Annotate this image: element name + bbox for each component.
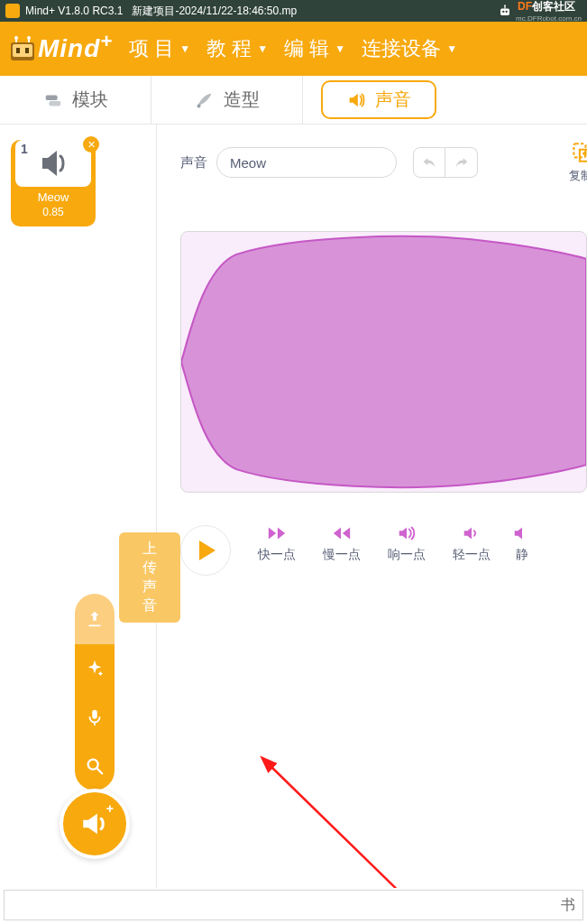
annotation-arrow bbox=[220, 711, 472, 888]
playback-row: 快一点 慢一点 响一点 轻一点 bbox=[180, 525, 587, 576]
add-sound-tower: + bbox=[60, 594, 130, 859]
app-title: Mind+ V1.8.0 RC3.1 新建项目-2024/11/22-18:46… bbox=[25, 4, 297, 19]
svg-point-12 bbox=[27, 36, 31, 40]
caret-down-icon: ▼ bbox=[179, 42, 190, 55]
upload-icon bbox=[85, 609, 105, 629]
sparkle-icon bbox=[85, 659, 105, 679]
sound-editor-pane: 声音 复制 bbox=[157, 125, 587, 888]
svg-rect-13 bbox=[45, 95, 57, 100]
caret-down-icon: ▼ bbox=[446, 42, 457, 55]
sound-index: 1 bbox=[21, 142, 28, 156]
svg-rect-7 bbox=[16, 48, 20, 53]
tab-blocks[interactable]: 模块 bbox=[0, 76, 151, 124]
slower-button[interactable]: 慢一点 bbox=[323, 525, 361, 563]
louder-label: 响一点 bbox=[388, 547, 426, 563]
softer-button[interactable]: 轻一点 bbox=[453, 525, 491, 563]
main-area: 1 ✕ Meow 0.85 bbox=[0, 125, 587, 888]
menu-project-label: 项 目 bbox=[129, 35, 174, 62]
sound-thumbnail: 1 bbox=[15, 140, 91, 187]
menu-connect[interactable]: 连接设备▼ bbox=[356, 32, 463, 66]
svg-rect-6 bbox=[13, 44, 32, 57]
plus-icon: + bbox=[106, 801, 114, 816]
app-icon bbox=[5, 4, 20, 18]
brand-text: 创客社区 bbox=[532, 0, 575, 13]
project-name: 新建项目-2024/11/22-18:46:50.mp bbox=[132, 5, 297, 17]
tab-costumes-label: 造型 bbox=[224, 88, 260, 112]
svg-point-2 bbox=[506, 11, 508, 13]
brand-link[interactable]: DF创客社区 mc.DFRobot.com.cn bbox=[496, 0, 582, 23]
logo[interactable]: Mind + bbox=[7, 33, 113, 64]
title-bar: Mind+ V1.8.0 RC3.1 新建项目-2024/11/22-18:46… bbox=[0, 0, 587, 22]
delete-sound-button[interactable]: ✕ bbox=[83, 136, 99, 152]
undo-button[interactable] bbox=[413, 147, 445, 178]
tab-sounds[interactable]: 声音 bbox=[303, 76, 454, 124]
upload-tooltip-label: 上传声音 bbox=[142, 541, 157, 613]
volume-up-icon bbox=[397, 525, 417, 541]
surprise-sound-button[interactable] bbox=[75, 644, 115, 693]
record-sound-button[interactable] bbox=[75, 693, 115, 742]
svg-point-15 bbox=[197, 104, 200, 107]
menu-project[interactable]: 项 目▼ bbox=[124, 32, 196, 66]
softer-label: 轻一点 bbox=[453, 547, 491, 563]
sound-header: 声音 复制 bbox=[180, 141, 587, 184]
play-button[interactable] bbox=[180, 525, 231, 576]
redo-button[interactable] bbox=[445, 147, 478, 178]
svg-line-20 bbox=[270, 765, 445, 888]
svg-rect-16 bbox=[92, 710, 97, 719]
svg-rect-8 bbox=[25, 48, 29, 53]
status-text: 书 bbox=[561, 896, 575, 915]
caret-down-icon: ▼ bbox=[257, 42, 268, 55]
menu-connect-label: 连接设备 bbox=[362, 35, 441, 62]
faster-label: 快一点 bbox=[258, 547, 296, 563]
mute-icon bbox=[512, 525, 532, 541]
svg-point-1 bbox=[502, 11, 504, 13]
volume-down-icon bbox=[462, 525, 482, 541]
menu-edit-label: 编 辑 bbox=[284, 35, 329, 62]
sound-name-label: 声音 bbox=[180, 154, 207, 171]
copy-tool[interactable]: 复制 bbox=[569, 141, 587, 184]
add-sound-fab[interactable]: + bbox=[60, 789, 130, 859]
search-sound-button[interactable] bbox=[75, 742, 115, 790]
brush-icon bbox=[195, 90, 215, 110]
robot-icon bbox=[496, 5, 514, 17]
logo-icon bbox=[7, 33, 38, 64]
sound-name: Meow bbox=[11, 190, 96, 204]
redo-icon bbox=[453, 155, 471, 170]
menu-bar: Mind + 项 目▼ 教 程▼ 编 辑▼ 连接设备▼ bbox=[0, 22, 587, 76]
microphone-icon bbox=[85, 707, 105, 727]
brand-sub: mc.DFRobot.com.cn bbox=[516, 14, 582, 23]
slower-label: 慢一点 bbox=[323, 547, 361, 563]
louder-button[interactable]: 响一点 bbox=[388, 525, 426, 563]
brand-prefix: DF bbox=[518, 0, 532, 13]
undo-icon bbox=[420, 155, 438, 170]
status-bar: 书 bbox=[4, 890, 583, 920]
rewind-icon bbox=[332, 525, 352, 541]
svg-rect-14 bbox=[49, 100, 60, 106]
svg-line-18 bbox=[97, 769, 103, 774]
upload-sound-button[interactable] bbox=[75, 594, 115, 644]
sound-list-pane: 1 ✕ Meow 0.85 bbox=[0, 125, 157, 888]
menu-edit[interactable]: 编 辑▼ bbox=[279, 32, 351, 66]
fast-forward-icon bbox=[267, 525, 287, 541]
sound-name-input[interactable] bbox=[216, 147, 397, 178]
logo-plus: + bbox=[100, 30, 113, 53]
tab-sounds-label: 声音 bbox=[375, 88, 411, 112]
waveform-canvas[interactable] bbox=[180, 231, 587, 493]
tab-blocks-label: 模块 bbox=[72, 88, 108, 112]
tab-costumes[interactable]: 造型 bbox=[151, 76, 303, 124]
svg-rect-0 bbox=[500, 9, 509, 16]
sound-duration: 0.85 bbox=[11, 206, 96, 218]
editor-tabs: 模块 造型 声音 bbox=[0, 76, 587, 125]
sound-icon bbox=[346, 90, 366, 110]
mute-button[interactable]: 静 bbox=[512, 525, 532, 563]
menu-tutorial[interactable]: 教 程▼ bbox=[201, 32, 273, 66]
mute-label: 静 bbox=[516, 547, 528, 563]
menu-tutorial-label: 教 程 bbox=[206, 35, 252, 62]
faster-button[interactable]: 快一点 bbox=[258, 525, 296, 563]
sound-card[interactable]: 1 ✕ Meow 0.85 bbox=[11, 140, 96, 226]
svg-point-10 bbox=[14, 36, 18, 40]
copy-label: 复制 bbox=[569, 168, 587, 184]
search-icon bbox=[85, 756, 105, 776]
blocks-icon bbox=[43, 90, 63, 110]
logo-text: Mind bbox=[38, 34, 100, 63]
